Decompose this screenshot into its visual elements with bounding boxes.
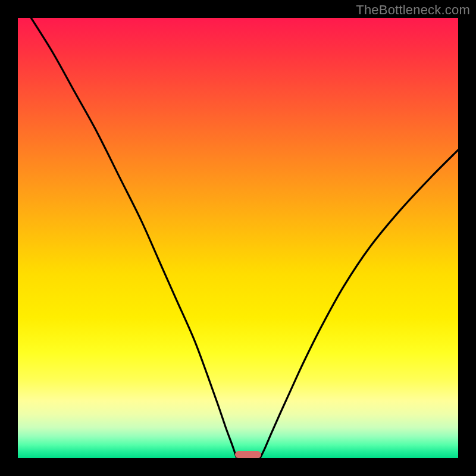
chart-frame: TheBottleneck.com [0,0,476,476]
plot-area [18,18,458,458]
watermark-text: TheBottleneck.com [356,2,470,18]
bottleneck-curve [18,18,458,458]
optimum-marker [235,451,261,458]
